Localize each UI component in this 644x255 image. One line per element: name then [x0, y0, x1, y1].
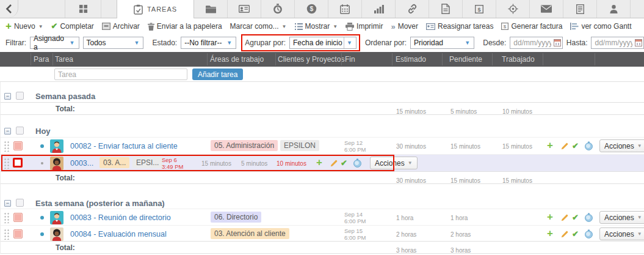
task-link[interactable]: 00083 - Reunión de directorio: [70, 213, 171, 222]
mostrar-button[interactable]: Mostrar▼: [295, 22, 338, 31]
status-dot: [40, 216, 44, 220]
acciones-button[interactable]: Acciones▼: [599, 211, 644, 224]
drag-handle[interactable]: [4, 212, 10, 223]
task-link[interactable]: 00082 - Enviar factura al cliente: [70, 142, 178, 150]
add-subtask-icon[interactable]: +: [316, 158, 322, 167]
tab-contacts[interactable]: [228, 0, 261, 18]
ordenar-select[interactable]: Prioridad▼: [410, 37, 474, 49]
tab-reports[interactable]: [563, 0, 597, 18]
tab-time-tracker[interactable]: [261, 0, 295, 18]
estado-select[interactable]: --No filtrar--▼: [181, 37, 236, 49]
workarea-badge[interactable]: 06. Directorio: [211, 212, 261, 223]
tab-documents[interactable]: [429, 0, 463, 18]
tab-invoices[interactable]: $: [463, 0, 496, 18]
tab-mail[interactable]: [530, 0, 563, 18]
svg-text:$: $: [309, 6, 313, 12]
tab-tareas[interactable]: TAREAS: [117, 0, 194, 18]
client-badge[interactable]: EPSILON: [280, 140, 319, 151]
edit-pencil-icon[interactable]: [560, 230, 569, 241]
edit-pencil-icon[interactable]: [560, 213, 569, 224]
header-fin[interactable]: Fin: [345, 55, 355, 64]
back-button[interactable]: [0, 0, 18, 18]
priority-checkbox-selected[interactable]: [13, 158, 23, 168]
header-pendiente[interactable]: Pendiente: [449, 55, 482, 64]
priority-checkbox[interactable]: [13, 213, 23, 222]
tab-goals[interactable]: [496, 0, 530, 18]
tab-profile[interactable]: [597, 0, 631, 18]
task-link[interactable]: 0003...: [70, 159, 93, 168]
add-task-input[interactable]: [54, 68, 187, 80]
acciones-button[interactable]: Acciones▼: [599, 139, 644, 152]
timer-icon[interactable]: [584, 213, 593, 224]
actions-toolbar: +Nuevo▼ ✔Completar Archivar Enviar a la …: [0, 18, 644, 34]
group-title: Esta semana (posterior a mañana): [35, 199, 165, 208]
timer-icon[interactable]: [584, 229, 593, 241]
group-checkbox[interactable]: [16, 127, 24, 135]
tab-calendar[interactable]: [328, 0, 362, 18]
workarea-badge[interactable]: 03. A...: [99, 157, 129, 168]
task-row-highlighted: 0003... 03. A... EPSI... Sep 63:49 PM 15…: [1, 154, 644, 171]
drag-handle[interactable]: [4, 141, 10, 152]
edit-pencil-icon[interactable]: [330, 159, 338, 170]
reasignar-button[interactable]: Reasignar tareas: [426, 22, 493, 31]
priority-checkbox[interactable]: [13, 229, 23, 238]
calendar-picker-icon[interactable]: [635, 39, 642, 46]
priority-checkbox[interactable]: [13, 141, 23, 150]
header-trabajado[interactable]: Trabajado: [502, 55, 535, 64]
collapse-icon[interactable]: −: [4, 93, 11, 100]
add-subtask-icon[interactable]: +: [547, 141, 553, 150]
collapse-icon[interactable]: −: [4, 128, 11, 135]
tab-statistics[interactable]: [362, 0, 396, 18]
generar-factura-button[interactable]: $Generar factura: [501, 22, 562, 31]
collapse-icon[interactable]: −: [4, 200, 11, 207]
papelera-button[interactable]: Enviar a la papelera: [148, 22, 222, 31]
header-para[interactable]: Para: [34, 55, 49, 64]
filtrar-field-select[interactable]: Asignado a▼: [30, 37, 79, 49]
nuevo-button[interactable]: +Nuevo▼: [5, 22, 43, 31]
header-estimado[interactable]: Estimado: [396, 55, 426, 64]
calendar-picker-icon[interactable]: [554, 39, 561, 46]
invoice-icon: $: [475, 5, 483, 13]
filtrar-label: Filtrar:: [5, 39, 26, 47]
header-tarea[interactable]: Tarea: [55, 55, 73, 64]
ver-gantt-button[interactable]: ver como Gantt: [570, 22, 631, 31]
complete-check-icon[interactable]: ✔: [572, 142, 579, 150]
tab-links[interactable]: [396, 0, 429, 18]
header-areas[interactable]: Áreas de trabajo: [210, 55, 264, 64]
agrupar-select[interactable]: Fecha de inicio▼: [289, 37, 356, 49]
drag-handle[interactable]: [4, 158, 10, 169]
hasta-label: Hasta:: [566, 39, 588, 47]
tab-finance[interactable]: $: [295, 0, 328, 18]
task-link[interactable]: 00084 - Evaluación mensual: [70, 230, 167, 238]
archive-icon: [102, 23, 110, 30]
timer-icon[interactable]: [353, 158, 362, 170]
acciones-button[interactable]: Acciones▼: [599, 227, 644, 240]
workarea-badge[interactable]: 03. Atención al cliente: [211, 228, 289, 239]
client-badge[interactable]: EPSI...: [132, 157, 162, 168]
add-task-button[interactable]: Añadir tarea: [192, 68, 243, 80]
add-subtask-icon[interactable]: +: [547, 229, 553, 238]
filtrar-value-select[interactable]: Todos▼: [83, 37, 144, 49]
mover-button[interactable]: »Mover: [391, 22, 418, 31]
assignee-avatar: [50, 227, 63, 241]
timer-icon[interactable]: [584, 141, 593, 153]
header-clientes[interactable]: Clientes y Proyectos: [278, 55, 344, 64]
complete-check-icon[interactable]: ✔: [341, 159, 347, 168]
group-checkbox[interactable]: [16, 199, 24, 207]
complete-check-icon[interactable]: ✔: [572, 230, 579, 238]
status-dot: [41, 162, 43, 164]
archivar-button[interactable]: Archivar: [102, 22, 140, 31]
tab-documents-folder[interactable]: [194, 0, 228, 18]
drag-handle[interactable]: [4, 229, 10, 240]
workarea-badge[interactable]: 05. Administración: [211, 140, 278, 151]
imprimir-button[interactable]: Imprimir: [346, 22, 383, 31]
completar-button[interactable]: ✔Completar: [51, 22, 94, 31]
marcar-como-button[interactable]: Marcar como...▼: [230, 22, 287, 31]
add-subtask-icon[interactable]: +: [547, 213, 553, 221]
acciones-button[interactable]: Acciones▼: [370, 157, 418, 169]
complete-check-icon[interactable]: ✔: [572, 213, 579, 222]
group-checkbox[interactable]: [16, 92, 24, 100]
total-label: Total:: [56, 105, 75, 113]
edit-pencil-icon[interactable]: [560, 142, 569, 153]
tab-home[interactable]: [65, 0, 101, 18]
